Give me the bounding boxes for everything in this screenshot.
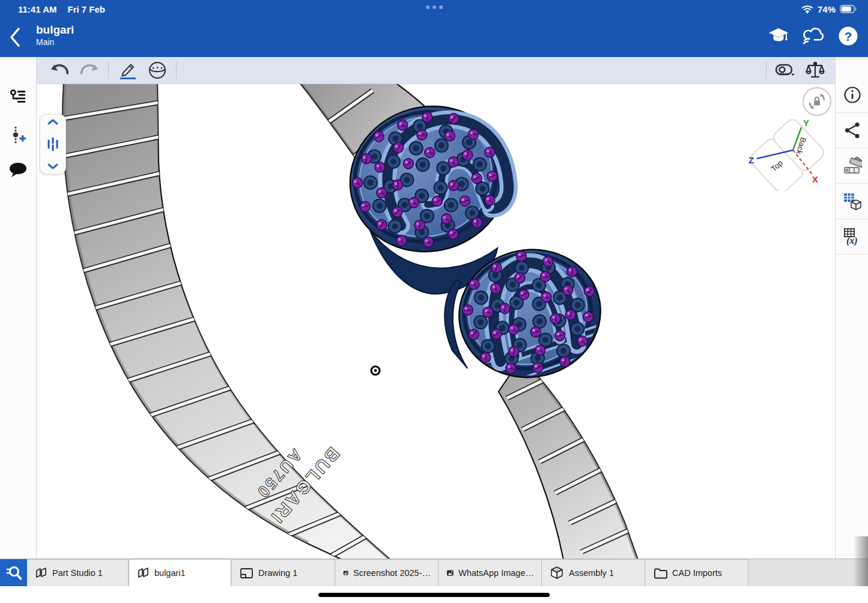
graduation-cap-icon [768, 26, 789, 46]
sketch-pencil-icon [118, 61, 137, 80]
back-button[interactable] [8, 25, 29, 49]
help-button[interactable]: ? [837, 25, 860, 47]
bracelet-band-lower[interactable] [499, 358, 638, 559]
configurations-button[interactable] [836, 184, 868, 219]
status-time-date: 11:41 AM Fri 7 Feb [18, 4, 105, 14]
rollback-widget[interactable] [40, 114, 66, 174]
tab-label: CAD Imports [672, 568, 722, 578]
status-bar: 11:41 AM Fri 7 Feb 74% [0, 0, 868, 18]
comments-button[interactable] [0, 153, 36, 187]
drawing-icon [239, 566, 253, 580]
undo-icon [50, 62, 68, 78]
tab-label: bulgari1 [154, 568, 186, 578]
feature-list-button[interactable] [0, 80, 36, 114]
left-panel [0, 57, 37, 559]
shaded-view-icon [148, 61, 167, 80]
info-button[interactable] [836, 77, 868, 113]
home-strip [0, 586, 868, 603]
variables-button[interactable]: (x) [836, 219, 868, 255]
sketch-button[interactable] [112, 58, 142, 82]
tab-bar-scroll-shadow [853, 536, 868, 586]
configurations-icon [843, 192, 862, 210]
origin-marker [371, 366, 380, 375]
offline-sync-icon [802, 26, 825, 46]
tab-manager-button[interactable] [0, 559, 27, 587]
share-icon [843, 121, 861, 139]
image-icon [343, 566, 348, 580]
measure-tape-icon [775, 61, 795, 79]
svg-text:Z: Z [748, 155, 754, 165]
insert-feature-button[interactable] [0, 118, 36, 152]
learning-center-button[interactable] [767, 25, 790, 47]
right-panel: (x) [835, 57, 868, 559]
model-viewport[interactable]: BULGARI AU750 [36, 83, 835, 559]
tab-label: Drawing 1 [258, 568, 297, 578]
tab-whatsapp-image[interactable]: WhatsApp Image… [439, 559, 542, 586]
rollback-up-icon[interactable] [47, 118, 59, 126]
status-time: 11:41 AM [18, 4, 56, 14]
part-studio-icon [136, 566, 150, 580]
image-icon [446, 566, 454, 580]
appearances-button[interactable] [836, 148, 868, 184]
view-rotation-lock-button[interactable] [803, 87, 831, 116]
appearances-icon [843, 157, 862, 175]
status-date: Fri 7 Feb [67, 4, 105, 14]
svg-text:(x): (x) [846, 235, 858, 246]
mass-properties-icon [806, 61, 825, 79]
rotate-lock-icon [807, 91, 827, 112]
tab-part-studio-1[interactable]: Part Studio 1 [27, 559, 129, 586]
view-cube[interactable]: Top Back Y Z X [744, 118, 835, 191]
tab-screenshot[interactable]: Screenshot 2025-… [336, 559, 439, 586]
assembly-icon [550, 566, 564, 580]
multitasking-indicator[interactable] [426, 5, 443, 9]
document-title: bulgari [36, 23, 74, 37]
view-options-button[interactable] [142, 58, 172, 82]
app-header: bulgari Main ? [0, 18, 868, 57]
comments-icon [8, 162, 28, 178]
tab-assembly-1[interactable]: Assembly 1 [542, 559, 645, 586]
redo-button[interactable] [74, 58, 105, 82]
rollback-handle-icon[interactable] [46, 136, 60, 152]
battery-percent: 74% [818, 4, 836, 14]
home-indicator[interactable] [318, 593, 550, 597]
variables-icon: (x) [843, 228, 862, 246]
workspace-name: Main [36, 37, 74, 48]
part-studio-icon [34, 566, 47, 580]
wifi-icon [801, 4, 813, 14]
undo-button[interactable] [44, 58, 74, 82]
redo-icon [80, 62, 99, 78]
mass-properties-button[interactable] [800, 58, 830, 82]
tab-search-icon [5, 565, 23, 581]
bracelet-band-left[interactable] [62, 83, 390, 559]
tab-label: Screenshot 2025-… [353, 568, 431, 578]
svg-text:Y: Y [803, 118, 809, 128]
tab-drawing-1[interactable]: Drawing 1 [232, 559, 335, 586]
tab-label: Part Studio 1 [52, 568, 103, 578]
rollback-down-icon[interactable] [47, 163, 59, 170]
tab-label: Assembly 1 [569, 568, 614, 578]
feature-list-icon [9, 88, 27, 105]
snake-head-lower[interactable] [434, 238, 616, 399]
svg-text:?: ? [845, 29, 852, 43]
svg-text:X: X [812, 174, 818, 184]
measure-button[interactable] [770, 58, 800, 82]
share-button[interactable] [836, 113, 868, 148]
folder-icon [653, 566, 667, 580]
help-icon: ? [838, 26, 858, 46]
insert-feature-icon [9, 126, 27, 145]
tab-cad-imports[interactable]: CAD Imports [646, 559, 748, 586]
info-icon [843, 86, 861, 104]
tab-bulgari1[interactable]: bulgari1 [129, 559, 231, 586]
sync-status-button[interactable] [802, 25, 825, 47]
battery-icon [840, 5, 857, 13]
tab-label: WhatsApp Image… [458, 568, 534, 578]
canvas-toolbar [36, 57, 835, 84]
tab-bar: Part Studio 1 bulgari1 Drawing 1 Screens… [0, 559, 868, 587]
back-chevron-icon [8, 27, 22, 47]
